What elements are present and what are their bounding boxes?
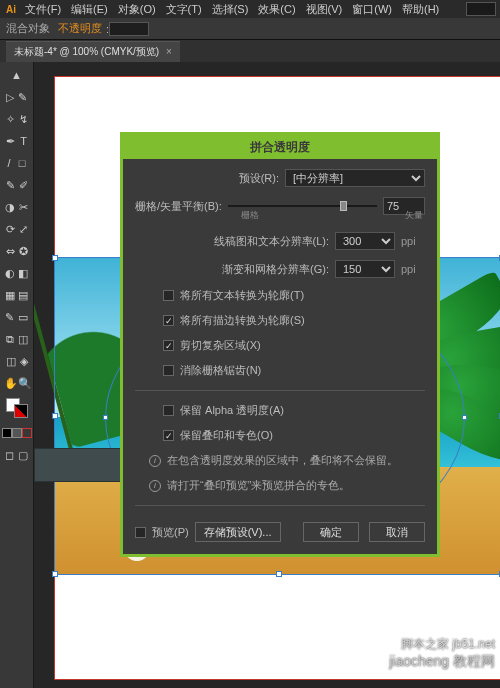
- balance-slider[interactable]: [228, 199, 377, 213]
- main-menu: 文件(F) 编辑(E) 对象(O) 文字(T) 选择(S) 效果(C) 视图(V…: [22, 0, 442, 19]
- checkbox-label: 将所有文本转换为轮廓(T): [180, 288, 304, 303]
- brush-tool-icon[interactable]: ✎✐: [3, 178, 31, 193]
- opacity-input[interactable]: [109, 22, 149, 36]
- ppi-unit: ppi: [401, 235, 425, 247]
- width-tool-icon[interactable]: ⇔✪: [3, 244, 31, 259]
- balance-section: 栅格/矢量平衡(B): 栅格 矢量: [135, 197, 425, 222]
- line-tool-icon[interactable]: /□: [3, 156, 31, 171]
- selection-handle[interactable]: [52, 571, 58, 577]
- menu-file[interactable]: 文件(F): [22, 0, 64, 19]
- selection-handle[interactable]: [52, 413, 58, 419]
- gradient-mode-icon[interactable]: [12, 428, 22, 438]
- gradient-row: 渐变和网格分辨率(G): 150 ppi: [135, 260, 425, 278]
- menu-bar: Ai 文件(F) 编辑(E) 对象(O) 文字(T) 选择(S) 效果(C) 视…: [0, 0, 500, 18]
- info-icon: i: [149, 455, 161, 467]
- document-tab-title: 未标题-4* @ 100% (CMYK/预览): [14, 46, 159, 57]
- info-text: 在包含透明度效果的区域中，叠印将不会保留。: [167, 453, 398, 468]
- screen-mode-icon[interactable]: ◻▢: [3, 448, 31, 463]
- ok-button[interactable]: 确定: [303, 522, 359, 542]
- lineart-select[interactable]: 300: [335, 232, 395, 250]
- pen-tool-icon[interactable]: ✒T: [3, 134, 31, 149]
- options-bar: 混合对象 不透明度 :: [0, 18, 500, 40]
- checkbox-preserve-alpha[interactable]: [163, 405, 174, 416]
- rotate-tool-icon[interactable]: ⟳⤢: [3, 222, 31, 237]
- checkbox-preserve-overprint[interactable]: [163, 430, 174, 441]
- menu-effect[interactable]: 效果(C): [255, 0, 298, 19]
- menu-type[interactable]: 文字(T): [163, 0, 205, 19]
- checkbox-label: 剪切复杂区域(X): [180, 338, 261, 353]
- opacity-label: 不透明度: [58, 21, 102, 36]
- preset-row: 预设(R): [中分辨率]: [135, 169, 425, 187]
- slice-tool-icon[interactable]: ◫◈: [3, 354, 31, 369]
- app-window: Ai 文件(F) 编辑(E) 对象(O) 文字(T) 选择(S) 效果(C) 视…: [0, 0, 500, 688]
- selection-tool-icon[interactable]: ▲: [9, 68, 24, 83]
- close-icon[interactable]: ×: [166, 46, 172, 57]
- workspace: ▲ ▷✎ ✧↯ ✒T /□ ✎✐ ◑✂ ⟳⤢ ⇔✪ ◐◧ ▦▤ ✎▭ ⧉◫ ◫◈…: [0, 62, 500, 688]
- blend-tool-icon[interactable]: ⧉◫: [3, 332, 31, 347]
- checkbox-text-outline[interactable]: [163, 290, 174, 301]
- preset-label: 预设(R):: [135, 171, 279, 186]
- gradient-label: 渐变和网格分辨率(G):: [135, 262, 329, 277]
- magic-wand-tool-icon[interactable]: ✧↯: [3, 112, 31, 127]
- cancel-button[interactable]: 取消: [369, 522, 425, 542]
- shapebuilder-tool-icon[interactable]: ◐◧: [3, 266, 31, 281]
- swatch-area: [0, 394, 33, 422]
- path-anchor[interactable]: [103, 415, 108, 420]
- checkbox-preview[interactable]: [135, 527, 146, 538]
- checkbox-label: 保留 Alpha 透明度(A): [180, 403, 284, 418]
- stroke-swatch[interactable]: [14, 404, 28, 418]
- preview-label: 预览(P): [152, 525, 189, 540]
- options-label: 混合对象: [6, 21, 50, 36]
- lineart-row: 线稿图和文本分辨率(L): 300 ppi: [135, 232, 425, 250]
- menu-object[interactable]: 对象(O): [115, 0, 159, 19]
- watermark-text: jiaocheng 教程网: [389, 653, 495, 671]
- direct-select-tool-icon[interactable]: ▷✎: [3, 90, 31, 105]
- eyedropper-tool-icon[interactable]: ✎▭: [3, 310, 31, 325]
- menu-help[interactable]: 帮助(H): [399, 0, 442, 19]
- divider: [135, 505, 425, 506]
- checkbox-stroke-outline[interactable]: [163, 315, 174, 326]
- selection-handle[interactable]: [52, 255, 58, 261]
- ppi-unit: ppi: [401, 263, 425, 275]
- hand-tool-icon[interactable]: ✋🔍: [3, 376, 31, 391]
- checkbox-clip-complex[interactable]: [163, 340, 174, 351]
- blob-tool-icon[interactable]: ◑✂: [3, 200, 31, 215]
- tool-palette: ▲ ▷✎ ✧↯ ✒T /□ ✎✐ ◑✂ ⟳⤢ ⇔✪ ◐◧ ▦▤ ✎▭ ⧉◫ ◫◈…: [0, 62, 34, 688]
- flatten-transparency-dialog: 拼合透明度 预设(R): [中分辨率] 栅格/矢量平衡(B):: [120, 132, 440, 557]
- document-tab[interactable]: 未标题-4* @ 100% (CMYK/预览) ×: [6, 41, 180, 62]
- gradient-select[interactable]: 150: [335, 260, 395, 278]
- checkbox-label: 消除栅格锯齿(N): [180, 363, 261, 378]
- ai-logo-icon: Ai: [4, 2, 18, 16]
- checkbox-label: 将所有描边转换为轮廓(S): [180, 313, 305, 328]
- color-mode-icon[interactable]: [2, 428, 12, 438]
- checkbox-antialias[interactable]: [163, 365, 174, 376]
- divider: [135, 390, 425, 391]
- dialog-title: 拼合透明度: [123, 135, 437, 159]
- mesh-tool-icon[interactable]: ▦▤: [3, 288, 31, 303]
- info-text: 请打开“叠印预览”来预览拼合的专色。: [167, 478, 350, 493]
- path-anchor[interactable]: [462, 415, 467, 420]
- menu-select[interactable]: 选择(S): [209, 0, 252, 19]
- info-icon: i: [149, 480, 161, 492]
- document-tab-bar: 未标题-4* @ 100% (CMYK/预览) ×: [0, 40, 500, 62]
- dialog-buttons: 预览(P) 存储预设(V)... 确定 取消: [135, 518, 425, 542]
- balance-right-label: 矢量: [405, 209, 423, 222]
- selection-handle[interactable]: [276, 571, 282, 577]
- menu-edit[interactable]: 编辑(E): [68, 0, 111, 19]
- menu-window[interactable]: 窗口(W): [349, 0, 395, 19]
- none-mode-icon[interactable]: [22, 428, 32, 438]
- checkbox-label: 保留叠印和专色(O): [180, 428, 273, 443]
- watermark-text: 脚本之家 jb51.net: [401, 636, 495, 653]
- preset-select[interactable]: [中分辨率]: [285, 169, 425, 187]
- menu-view[interactable]: 视图(V): [303, 0, 346, 19]
- save-preset-button[interactable]: 存储预设(V)...: [195, 522, 281, 542]
- top-search-input[interactable]: [466, 2, 496, 16]
- balance-label: 栅格/矢量平衡(B):: [135, 199, 222, 214]
- dialog-body: 预设(R): [中分辨率] 栅格/矢量平衡(B):: [123, 159, 437, 554]
- lineart-label: 线稿图和文本分辨率(L):: [135, 234, 329, 249]
